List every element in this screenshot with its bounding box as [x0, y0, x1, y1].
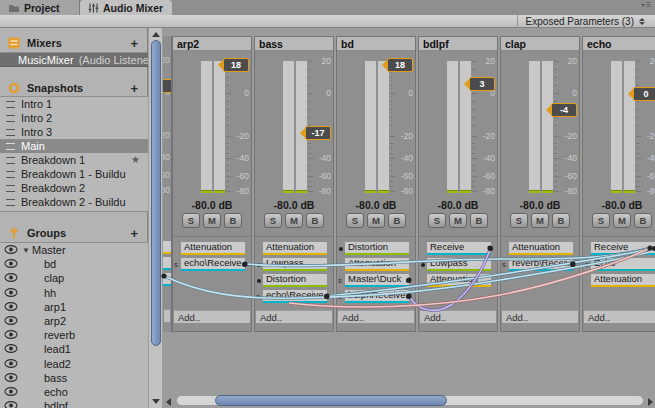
visibility-eye-icon[interactable] [4, 258, 20, 270]
effect-slot-box[interactable]: Attenuation [263, 242, 327, 255]
group-item-bdlpf[interactable]: bdlpf [0, 399, 148, 408]
effect-slot-receive[interactable]: Receive [427, 242, 491, 255]
visibility-eye-icon[interactable] [4, 386, 20, 398]
b-button[interactable]: B [224, 213, 242, 228]
effect-slot-lowpass[interactable]: Lowpass [427, 258, 491, 271]
snapshot-item-breakdown-1-buildu[interactable]: Breakdown 1 - Buildu [0, 167, 148, 181]
effect-slot-lowpass[interactable]: Lowpass [263, 258, 327, 271]
wire-connector-dot[interactable] [406, 294, 411, 299]
group-item-bd[interactable]: bd [0, 257, 148, 271]
fader-value-badge[interactable]: -4 [551, 103, 577, 117]
scroll-down-arrow[interactable] [152, 399, 160, 404]
visibility-eye-icon[interactable] [4, 343, 20, 355]
scroll-up-arrow[interactable] [152, 32, 160, 37]
m-button[interactable]: M [367, 213, 385, 228]
b-button[interactable]: B [306, 213, 324, 228]
foldout-triangle-icon[interactable]: ▼ [22, 246, 32, 255]
s-button[interactable]: S [264, 213, 282, 228]
effect-slot-reverb-receive[interactable]: reverb\Receives [509, 258, 573, 271]
group-item-reverb[interactable]: reverb [0, 328, 148, 342]
visibility-eye-icon[interactable] [4, 301, 20, 313]
snapshot-item-intro-2[interactable]: Intro 2 [0, 111, 148, 125]
pane-menu-icon[interactable]: ▾☰ [642, 1, 652, 8]
snapshot-item-breakdown-1[interactable]: Breakdown 1★ [0, 153, 148, 167]
effect-slot-box[interactable]: Attenuation [181, 242, 245, 255]
add-effect-button[interactable]: Add.. [502, 310, 578, 323]
mixer-item-musicmixer[interactable]: MusicMixer (Audio Listene [0, 52, 148, 67]
fader-value-badge[interactable]: 0 [633, 87, 655, 101]
fader-value-badge[interactable]: 18 [387, 58, 413, 72]
add-group-button[interactable]: + [130, 226, 138, 241]
effect-slot-attenuation[interactable]: Attenuation [181, 242, 245, 255]
group-item-lead2[interactable]: lead2 [0, 357, 148, 371]
effect-slot-box[interactable]: Attenuation [427, 274, 491, 287]
effect-slot-receive[interactable]: Receive [591, 242, 655, 255]
visibility-eye-icon[interactable] [4, 372, 20, 384]
effect-slot-distortion[interactable]: Distortion [263, 274, 327, 287]
snapshot-item-intro-3[interactable]: Intro 3 [0, 125, 148, 139]
m-button[interactable]: M [203, 213, 221, 228]
snapshot-item-main[interactable]: Main [0, 139, 148, 153]
s-button[interactable]: S [592, 213, 610, 228]
group-item-master[interactable]: ▼Master [0, 243, 148, 257]
group-item-arp1[interactable]: arp1 [0, 300, 148, 314]
group-item-clap[interactable]: clap [0, 271, 148, 285]
fader-value-badge[interactable]: 3 [469, 77, 495, 91]
b-button[interactable]: B [388, 213, 406, 228]
group-item-arp2[interactable]: arp2 [0, 314, 148, 328]
fader-value-badge[interactable]: -17 [305, 126, 331, 140]
add-mixer-button[interactable]: + [130, 36, 138, 51]
m-button[interactable]: M [613, 213, 631, 228]
visibility-eye-icon[interactable] [4, 358, 20, 370]
wire-connector-dot[interactable] [488, 246, 493, 251]
vertical-scrollbar-thumb[interactable] [151, 40, 161, 346]
effect-slot-echo-receive[interactable]: echo\Receives [263, 290, 327, 303]
tab-audio-mixer[interactable]: Audio Mixer [80, 0, 172, 15]
b-button[interactable]: B [552, 213, 570, 228]
wire-connector-dot[interactable] [324, 294, 329, 299]
visibility-eye-icon[interactable] [4, 400, 20, 408]
group-item-hh[interactable]: hh [0, 286, 148, 300]
effect-slot-box[interactable]: Receive [591, 242, 655, 255]
exposed-parameters-button[interactable]: Exposed Parameters (3) [517, 15, 649, 28]
visibility-eye-icon[interactable] [4, 244, 20, 256]
horizontal-scrollbar-thumb[interactable] [215, 395, 447, 406]
effect-slot-box[interactable]: echo\Receive [263, 290, 327, 303]
effect-slot-attenuation[interactable]: Attenuation [345, 258, 409, 271]
effect-slot-bdlpf-receive[interactable]: bdlpf\Receives [345, 290, 409, 303]
s-button[interactable]: S [182, 213, 200, 228]
m-button[interactable]: M [449, 213, 467, 228]
s-button[interactable]: S [346, 213, 364, 228]
effect-slot-distortion[interactable]: Distortion [345, 242, 409, 255]
wire-connector-dot[interactable] [406, 278, 411, 283]
effect-slot-attenuation[interactable]: Attenuation [509, 242, 573, 255]
fader-value-badge[interactable]: 18 [223, 58, 249, 72]
add-effect-button[interactable]: Add.. [256, 310, 332, 323]
b-button[interactable]: B [634, 213, 652, 228]
effect-slot-attenuation[interactable]: Attenuation [427, 274, 491, 287]
effect-slot-attenuation[interactable]: Attenuation [591, 274, 655, 287]
effect-slot-box[interactable]: Distortion [263, 274, 327, 287]
s-button[interactable]: S [428, 213, 446, 228]
visibility-eye-icon[interactable] [4, 287, 20, 299]
m-button[interactable]: M [285, 213, 303, 228]
effect-slot-box[interactable]: Distortion [345, 242, 409, 255]
tab-project[interactable]: Project [0, 0, 80, 15]
effect-slot-box[interactable]: Master\Duck V [345, 274, 409, 287]
scroll-left-arrow[interactable] [166, 398, 171, 406]
m-button[interactable]: M [531, 213, 549, 228]
snapshot-item-breakdown-2[interactable]: Breakdown 2 [0, 181, 148, 195]
effect-slot-box[interactable]: reverb\Receive [509, 258, 573, 271]
add-effect-button[interactable]: Add.. [420, 310, 496, 323]
scroll-right-arrow[interactable] [648, 398, 653, 406]
visibility-eye-icon[interactable] [4, 272, 20, 284]
vertical-scrollbar[interactable] [149, 28, 162, 408]
effect-slot-box[interactable]: Echo [591, 258, 655, 271]
effect-slot-echo[interactable]: Echo [591, 258, 655, 271]
effect-slot-box[interactable]: Attenuation [591, 274, 655, 287]
group-item-bass[interactable]: bass [0, 371, 148, 385]
group-item-echo[interactable]: echo [0, 385, 148, 399]
effect-slot-box[interactable]: Attenuation [345, 258, 409, 271]
effect-slot-box[interactable]: Receive [427, 242, 491, 255]
visibility-eye-icon[interactable] [4, 329, 20, 341]
